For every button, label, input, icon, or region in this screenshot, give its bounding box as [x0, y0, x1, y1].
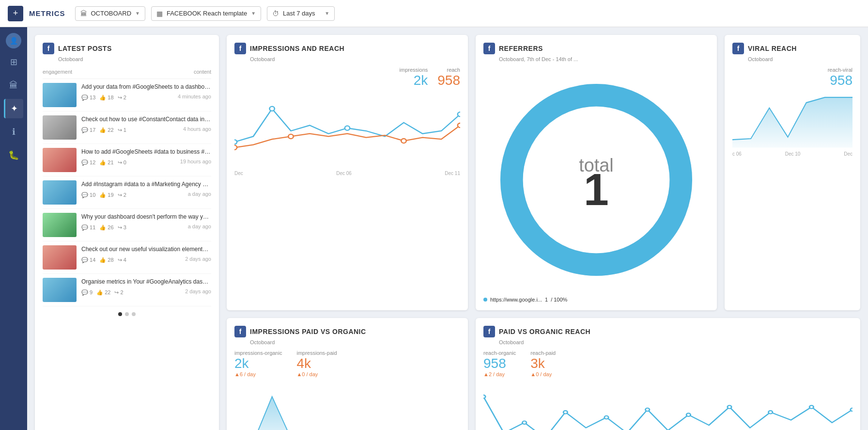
svg-point-15: [483, 395, 485, 398]
svg-point-3: [458, 112, 460, 116]
post-likes: 👍 21: [99, 159, 113, 166]
main-content: f LATEST POSTS Octoboard engagement cont…: [27, 27, 868, 430]
referrer-percent: / 100%: [551, 297, 567, 303]
viral-metrics: reach-viral 958: [732, 67, 852, 88]
sidebar-item-dashboard[interactable]: ⊞: [4, 52, 23, 72]
paid-organic-reach-card: f PAID VS ORGANIC REACH Octoboard reach-…: [476, 318, 860, 430]
post-meta-row: 💬 11 👍 26 ↪ 3 a day ago: [81, 223, 211, 231]
sidebar-item-boards[interactable]: 🏛: [4, 76, 23, 95]
post-content: Add your data from #GoogleSheets to a da…: [81, 83, 211, 107]
post-time: 19 hours ago: [180, 159, 211, 164]
board-icon: 🏛: [80, 10, 87, 17]
svg-point-17: [563, 411, 567, 414]
svg-point-18: [604, 416, 608, 419]
reach-metric: reach 958: [437, 67, 460, 88]
paid-organic-title: PAID VS ORGANIC REACH: [499, 328, 590, 335]
post-comments: 💬 10: [81, 192, 95, 198]
post-title: Add your data from #GoogleSheets to a da…: [81, 83, 211, 91]
latest-posts-title: LATEST POSTS: [58, 45, 112, 52]
post-shares: ↪ 1: [118, 127, 126, 133]
impressions-reach-title: IMPRESSIONS AND REACH: [250, 45, 344, 52]
referrer-url: https://www.google.i...: [490, 297, 542, 303]
svg-point-7: [458, 123, 460, 127]
sidebar-item-debug[interactable]: 🐛: [4, 145, 23, 165]
reach-organic-value: 958: [483, 356, 516, 371]
fb-icon-posts: f: [43, 43, 54, 54]
svg-marker-12: [732, 97, 852, 148]
svg-point-20: [686, 413, 690, 416]
post-item: How to add #GoogleSheets #data to busine…: [43, 144, 211, 176]
svg-point-6: [401, 139, 406, 143]
post-comments: 💬 14: [81, 257, 95, 263]
impressions-value: 2k: [400, 73, 428, 88]
paid-value: 4k: [296, 356, 337, 371]
post-thumbnail: [43, 148, 77, 172]
referrers-subtitle: Octoboard, 7th of Dec - 14th of ...: [483, 56, 709, 62]
pagination-dot-2[interactable]: [125, 312, 129, 316]
referrer-count: 1: [545, 297, 548, 303]
post-content: Why your dashboard doesn't perform the w…: [81, 213, 211, 237]
post-meta-row: 💬 9 👍 22 ↪ 2 2 days ago: [81, 287, 211, 296]
add-button[interactable]: +: [8, 6, 23, 21]
viral-chart: [732, 92, 852, 150]
posts-list: Add your data from #GoogleSheets to a da…: [43, 79, 211, 306]
reach-value: 958: [437, 73, 460, 88]
impressions-label: impressions: [400, 67, 428, 73]
post-comments: 💬 9: [81, 289, 93, 296]
viral-x-labels: c 06 Dec 10 Dec: [732, 151, 852, 157]
latest-posts-header: f LATEST POSTS: [43, 43, 211, 54]
post-thumbnail: [43, 83, 77, 107]
post-time: 2 days ago: [185, 288, 211, 294]
post-time: a day ago: [188, 191, 211, 197]
pagination-dot-3[interactable]: [132, 312, 136, 316]
referrer-legend: https://www.google.i... 1 / 100%: [483, 297, 709, 303]
board-selector[interactable]: 🏛 OCTOBOARD ▼: [75, 6, 145, 21]
post-stats: 💬 9 👍 22 ↪ 2: [81, 289, 124, 296]
post-thumbnail: [43, 180, 77, 205]
topbar: + METRICS 🏛 OCTOBOARD ▼ ▦ FACEBOOK Reach…: [0, 0, 868, 27]
post-meta-row: 💬 17 👍 22 ↪ 1 4 hours ago: [81, 125, 211, 133]
template-selector[interactable]: ▦ FACEBOOK Reach template ▼: [151, 6, 261, 21]
reach-organic-delta: ▲2 / day: [483, 371, 516, 377]
svg-point-2: [345, 126, 350, 130]
pagination-dot-1[interactable]: [118, 312, 122, 316]
svg-point-19: [645, 408, 649, 411]
post-shares: ↪ 2: [114, 289, 123, 296]
time-selector[interactable]: ⏱ Last 7 days ▼: [267, 6, 335, 21]
viral-reach-title: VIRAL REACH: [748, 45, 797, 52]
post-item: Add #Instagram #data to a #Marketing Age…: [43, 176, 211, 209]
user-avatar[interactable]: 👤: [6, 33, 21, 48]
svg-point-23: [809, 405, 813, 408]
impressions-chart: [234, 92, 460, 170]
post-likes: 👍 18: [99, 95, 113, 101]
sidebar: 👤 ⊞ 🏛 ✦ ℹ 🐛: [0, 27, 27, 430]
post-meta-row: 💬 12 👍 21 ↪ 0 19 hours ago: [81, 158, 211, 166]
sidebar-item-integrations[interactable]: ✦: [4, 99, 23, 118]
donut-chart: total 1: [483, 67, 709, 293]
impressions-paid-organic-card: f IMPRESSIONS PAID VS ORGANIC Octoboard …: [227, 318, 468, 430]
sidebar-item-info[interactable]: ℹ: [4, 122, 23, 142]
board-name: OCTOBOARD: [91, 10, 132, 17]
post-stats: 💬 14 👍 28 ↪ 4: [81, 257, 126, 263]
svg-point-21: [728, 405, 731, 408]
referrers-header: f REFERRERS: [483, 43, 709, 54]
main-layout: 👤 ⊞ 🏛 ✦ ℹ 🐛 f LATEST POSTS Octoboard eng…: [0, 27, 868, 430]
legend-dot: [483, 298, 487, 302]
impressions-metric: impressions 2k: [400, 67, 428, 88]
organic-delta: ▲6 / day: [234, 371, 282, 377]
post-time: 4 minutes ago: [178, 94, 211, 99]
template-icon: ▦: [156, 10, 163, 17]
post-content: Check out how to use #ConstantContact da…: [81, 115, 211, 140]
post-shares: ↪ 3: [118, 224, 126, 231]
post-comments: 💬 11: [81, 224, 95, 231]
reach-organic-metric: reach-organic 958 ▲2 / day: [483, 350, 516, 377]
svg-point-1: [269, 107, 274, 111]
board-dropdown-arrow: ▼: [135, 11, 140, 16]
impressions-x-labels: Dec Dec 06 Dec 11: [234, 171, 460, 176]
fb-icon-impressions: f: [234, 43, 246, 54]
post-meta-row: 💬 14 👍 28 ↪ 4 2 days ago: [81, 255, 211, 263]
template-dropdown-arrow: ▼: [251, 11, 256, 16]
post-thumbnail: [43, 278, 77, 302]
post-likes: 👍 26: [99, 224, 113, 231]
post-time: a day ago: [188, 223, 211, 229]
